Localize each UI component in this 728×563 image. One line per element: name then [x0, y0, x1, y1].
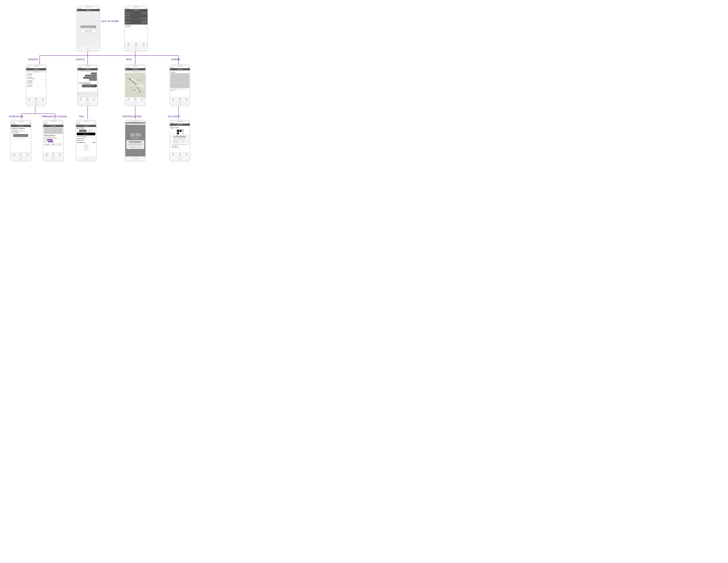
key-i[interactable]: I: [92, 92, 93, 93]
touch-id-button[interactable]: ⊙: [84, 144, 88, 149]
key-c[interactable]: C: [83, 95, 86, 96]
cancel-btn[interactable]: Cancel: [87, 130, 93, 132]
purchase-btn[interactable]: Purchases: [79, 130, 86, 132]
nav-chat[interactable]: 💬 Chat: [132, 97, 139, 101]
home-button[interactable]: [52, 157, 55, 160]
nav-events[interactable]: ☰ Events: [170, 153, 177, 156]
key-a[interactable]: A: [78, 93, 80, 95]
nav-share[interactable]: ⬆ Share: [39, 97, 46, 101]
key-b[interactable]: B: [89, 95, 92, 96]
key-v[interactable]: V: [86, 95, 89, 96]
key-w[interactable]: W: [80, 92, 82, 93]
menu-icon[interactable]: ≡: [27, 69, 28, 70]
nav-events[interactable]: ☰ Events: [78, 97, 84, 101]
ok-btn[interactable]: OK: [137, 146, 141, 148]
home-button[interactable]: [87, 47, 90, 50]
key-p[interactable]: P: [95, 92, 97, 93]
search-bar[interactable]: 🔍 Search: [27, 71, 45, 72]
key-r[interactable]: R: [84, 92, 85, 93]
key-j[interactable]: J: [91, 93, 93, 95]
keyboard[interactable]: QWERTYUIOP ASDFGHJKL ZXCVBNM 123 space r…: [78, 92, 98, 97]
facebook-login-button[interactable]: Log with Facebook: [80, 29, 96, 32]
nav-events[interactable]: ☰ Events: [125, 43, 132, 46]
key-t[interactable]: T: [86, 92, 87, 93]
key-d[interactable]: D: [82, 93, 84, 95]
menu-icon[interactable]: ≡: [171, 69, 171, 70]
key-k[interactable]: K: [93, 93, 95, 95]
home-button[interactable]: [134, 47, 138, 50]
home-button[interactable]: [178, 157, 182, 160]
event-item-1[interactable]: Oct. 23 2017 Bruno Mars: [26, 73, 46, 76]
account-ok-btn[interactable]: OK: [180, 141, 187, 143]
nav-events[interactable]: ☰ Events: [170, 97, 177, 101]
share-heart[interactable]: ♡: [188, 71, 189, 73]
nav-events[interactable]: ☰ Events: [26, 97, 33, 101]
key-s[interactable]: S: [80, 93, 82, 95]
key-l[interactable]: L: [95, 93, 97, 95]
nav-chat[interactable]: 💬 Chat: [50, 153, 57, 156]
nav-chat[interactable]: 💬 Chat: [177, 97, 183, 101]
sidebar-item-create[interactable]: Create: [125, 15, 147, 17]
event-item-4[interactable]: Oct. 27 2017 G-Dragon: [26, 84, 46, 88]
event-item-2[interactable]: Oct. 23 2017 Lakers VS Clippers: [26, 76, 46, 80]
nav-share[interactable]: ⬆ Share: [57, 153, 63, 156]
hub-waitlist-btn[interactable]: Waitlist: [50, 143, 56, 145]
nav-chat[interactable]: 💬 Chat: [33, 97, 39, 101]
apple-pay[interactable]: 🍎 Apple Pay: [77, 133, 95, 135]
key-h[interactable]: H: [89, 93, 91, 95]
nav-share[interactable]: ⬆ Share: [140, 43, 147, 46]
key-e[interactable]: E: [82, 92, 84, 93]
dont-allow-btn[interactable]: Don't Allow: [130, 146, 137, 148]
menu-icon[interactable]: ≡: [44, 125, 45, 127]
key-m[interactable]: M: [95, 95, 97, 96]
home-button[interactable]: [134, 102, 137, 105]
home-button[interactable]: [178, 102, 182, 105]
speaker: [86, 6, 91, 7]
nav-chat[interactable]: 💬 Chat: [17, 153, 24, 156]
key-f[interactable]: F: [84, 93, 86, 95]
key-n[interactable]: N: [92, 95, 94, 96]
key-x[interactable]: X: [81, 95, 83, 96]
search-bar[interactable]: 🔍 Search: [126, 71, 145, 72]
nav-share[interactable]: ⬆ Share: [91, 97, 98, 101]
sidebar-item-friends[interactable]: Friends Oct. 24 2017Lady GagaBorn This W…: [125, 20, 147, 24]
hub-sale-btn[interactable]: Sale: [57, 143, 63, 145]
home-button[interactable]: [19, 157, 23, 160]
home-button[interactable]: [134, 157, 137, 160]
nav-share[interactable]: ⬆ Share: [183, 97, 190, 101]
account-event-item[interactable]: Oct. 23 2017 Lakers VS Clippers: [171, 145, 189, 148]
nav-share[interactable]: ⬆ Share: [183, 153, 190, 156]
key-o[interactable]: O: [93, 92, 95, 93]
nav-events[interactable]: ☰ Events: [43, 153, 50, 156]
nav-chat[interactable]: 💬 Chat: [84, 97, 91, 101]
menu-icon[interactable]: ≡: [78, 69, 79, 70]
account-dont-allow-btn[interactable]: Don't Allow: [172, 141, 180, 143]
key-z[interactable]: Z: [78, 95, 80, 96]
menu-icon[interactable]: ≡: [126, 69, 127, 70]
menu-icon[interactable]: ≡: [125, 10, 126, 11]
nav-share[interactable]: ⬆ Share: [24, 153, 31, 156]
home-button[interactable]: [35, 102, 38, 105]
key-g[interactable]: G: [87, 93, 89, 95]
home-button[interactable]: [86, 102, 89, 105]
event-item[interactable]: Oct. 27 2017 G-Dragon: [125, 25, 147, 28]
key-q[interactable]: Q: [78, 92, 80, 93]
key-y[interactable]: Y: [88, 92, 89, 93]
hub-purchase-btn[interactable]: Purchases: [44, 143, 50, 145]
sidebar-item-account[interactable]: Account Oct. 23 2017Bruno Mars: [125, 12, 147, 15]
menu-icon[interactable]: ≡: [171, 124, 171, 125]
nav-chat[interactable]: 💬 Chat: [132, 43, 140, 46]
key-u[interactable]: U: [90, 92, 91, 93]
nav-events[interactable]: ☰ Events: [11, 153, 17, 156]
nav-share[interactable]: ⬆ Share: [139, 97, 145, 101]
sidebar-item-plan[interactable]: Your Plan Oct. 23 2017Lakers VS Clippers: [125, 17, 147, 20]
event-item-3[interactable]: Oct. 34 2017 Lady GagaBorn This Way: [26, 80, 46, 84]
home-button[interactable]: [85, 157, 88, 160]
nav-chat[interactable]: 💬 Chat: [177, 153, 183, 156]
account-dialog-title: "Jun_GUAM" Would Like to Send You Notifi…: [172, 135, 187, 138]
svg-rect-26: [177, 130, 179, 132]
menu-icon[interactable]: ≡: [12, 125, 12, 127]
nav-events[interactable]: ☰ Events: [125, 97, 132, 101]
login-button[interactable]: LOG IN: [80, 25, 96, 28]
menu-icon[interactable]: ≡: [77, 125, 78, 127]
